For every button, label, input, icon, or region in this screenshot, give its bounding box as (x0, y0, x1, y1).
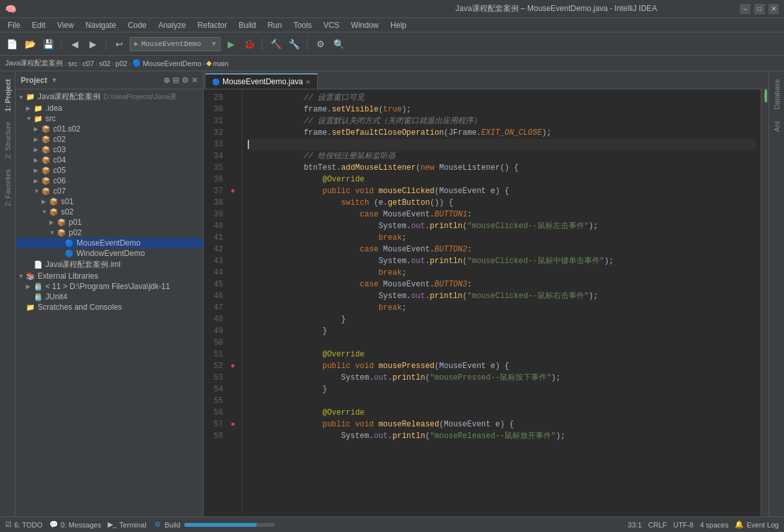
gutter-row-58: 58 (204, 430, 242, 442)
menu-vcs[interactable]: VCS (318, 19, 345, 31)
toolbar-new[interactable]: 📄 (4, 36, 19, 52)
status-indent[interactable]: 4 spaces (700, 521, 728, 529)
menu-window[interactable]: Window (346, 19, 384, 31)
breadcrumb-s02[interactable]: s02 (99, 60, 111, 67)
tree-item-c04[interactable]: ▶ 📦 c04 (16, 155, 203, 165)
tree-item-external-libs[interactable]: ▼ 📚 External Libraries (16, 271, 203, 281)
right-tab-ant[interactable]: Ant (770, 116, 783, 137)
breadcrumb-class[interactable]: MouseEventDemo (143, 60, 202, 67)
status-encoding[interactable]: UTF-8 (673, 521, 693, 529)
sidebar-add-icon[interactable]: ⊕ (163, 76, 170, 85)
editor-container: 🔵 MouseEventDemo.java ✕ 29 30 (204, 71, 768, 516)
indent-label: 4 spaces (700, 521, 728, 529)
gutter-row-43: 43 (204, 255, 242, 267)
vertical-scrollbar[interactable] (761, 89, 768, 516)
menu-build[interactable]: Build (233, 19, 261, 31)
menu-file[interactable]: File (3, 19, 25, 31)
tree-item-iml[interactable]: 📄 Java课程配套案例.iml (16, 259, 203, 271)
menu-view[interactable]: View (52, 19, 79, 31)
status-position[interactable]: 33:1 (628, 521, 641, 529)
sidebar-dropdown-arrow[interactable]: ▼ (51, 76, 58, 84)
sidebar-collapse-icon[interactable]: ⊟ (172, 76, 179, 85)
tree-item-p01[interactable]: ▶ 📦 p01 (16, 217, 203, 227)
status-line-ending[interactable]: CRLF (648, 521, 667, 529)
toolbar-search[interactable]: 🔍 (331, 36, 346, 52)
maximize-button[interactable]: □ (754, 4, 765, 14)
tree-item-window-event-demo[interactable]: 🔵 WindowEventDemo (16, 248, 203, 259)
toolbar-build[interactable]: 🔨 (268, 36, 283, 52)
breadcrumb-method[interactable]: main (213, 60, 228, 67)
menu-refactor[interactable]: Refactor (193, 19, 232, 31)
right-tab-database[interactable]: Database (770, 74, 783, 115)
menu-help[interactable]: Help (385, 19, 412, 31)
toolbar-back[interactable]: ◀ (67, 36, 82, 52)
editor[interactable]: 29 30 31 32 (204, 89, 768, 516)
menu-edit[interactable]: Edit (27, 19, 51, 31)
toolbar-debug[interactable]: 🐞 (241, 36, 257, 52)
tree-item-src[interactable]: ▼ 📁 src (16, 113, 203, 124)
tree-arrow-p02: ▼ (49, 229, 57, 236)
tree-item-c07[interactable]: ▼ 📦 c07 (16, 186, 203, 196)
breadcrumb-project[interactable]: Java课程配套案例 (5, 58, 63, 68)
tree-item-mouse-event-demo[interactable]: 🔵 MouseEventDemo (16, 238, 203, 248)
sidebar-close-icon[interactable]: ✕ (191, 76, 198, 85)
code-line-44: break; (248, 267, 755, 279)
status-todo[interactable]: ☑ 6: TODO (5, 520, 43, 529)
toolbar-save[interactable]: 💾 (40, 36, 56, 52)
tree-item-jdk[interactable]: ▶ 🫙 < 11 > D:\Program Files\Java\jdk-11 (16, 281, 203, 292)
menu-run[interactable]: Run (263, 19, 287, 31)
toolbar-run[interactable]: ▶ (223, 36, 239, 52)
toolbar-rebuild[interactable]: 🔧 (286, 36, 302, 52)
gutter-row-48: 48 (204, 314, 242, 325)
tree-item-p02[interactable]: ▼ 📦 p02 (16, 227, 203, 238)
tree-item-root[interactable]: ▼ 📁 Java课程配套案例 D:\IdeaProjects\Java课 (16, 91, 203, 103)
close-button[interactable]: ✕ (768, 4, 779, 14)
code-content[interactable]: // 设置窗口可见 frame.setVisible(true); // 设置默… (243, 89, 761, 516)
tree-item-c03[interactable]: ▶ 📦 c03 (16, 145, 203, 155)
left-panel-tabs: 1: Project 2: Structure 2: Favorites (0, 71, 16, 516)
toolbar-undo[interactable]: ↩ (112, 36, 127, 52)
gutter-row-47: 47 (204, 302, 242, 314)
tree-item-idea[interactable]: ▶ 📁 .idea (16, 103, 203, 113)
tree-item-c06[interactable]: ▶ 📦 c06 (16, 176, 203, 186)
app-icon: 🧠 (5, 4, 16, 14)
status-event-log[interactable]: 🔔 Event Log (735, 520, 779, 529)
left-tab-project[interactable]: 1: Project (1, 74, 14, 117)
tree-item-scratches[interactable]: 📁 Scratches and Consoles (16, 302, 203, 312)
title-bar-controls: – □ ✕ (740, 4, 779, 14)
run-config-dropdown[interactable]: ▶ MouseEventDemo ▼ (130, 37, 220, 51)
left-tab-favorites[interactable]: 2: Favorites (1, 164, 14, 211)
ln-49: 49 (204, 325, 227, 337)
build-progress: ⚙ Build (154, 520, 275, 529)
breadcrumb-src[interactable]: src (68, 60, 78, 67)
minimize-button[interactable]: – (740, 4, 750, 14)
toolbar-forward[interactable]: ▶ (85, 36, 101, 52)
tree-label-src: src (45, 114, 56, 123)
tree-label-c01: c01.s02 (53, 124, 80, 133)
menu-navigate[interactable]: Navigate (80, 19, 121, 31)
scroll-indicator-top (765, 89, 767, 102)
breadcrumb-c07[interactable]: c07 (82, 60, 94, 67)
tree-item-c05[interactable]: ▶ 📦 c05 (16, 165, 203, 176)
menu-analyze[interactable]: Analyze (153, 19, 191, 31)
menu-code[interactable]: Code (123, 19, 152, 31)
todo-label: 6: TODO (14, 521, 43, 529)
tree-item-c01[interactable]: ▶ 📦 c01.s02 (16, 124, 203, 134)
tree-item-s02[interactable]: ▼ 📦 s02 (16, 207, 203, 217)
toolbar-open[interactable]: 📂 (22, 36, 38, 52)
tab-close-button[interactable]: ✕ (305, 78, 311, 86)
gt-57-bp: ● (227, 419, 239, 430)
tree-item-junit[interactable]: 🫙 JUnit4 (16, 292, 203, 302)
sidebar-gear-icon[interactable]: ⚙ (182, 76, 189, 85)
tree-label-p02: p02 (69, 228, 82, 237)
tree-item-c02[interactable]: ▶ 📦 c02 (16, 134, 203, 145)
left-tab-structure[interactable]: 2: Structure (1, 117, 14, 164)
toolbar-settings[interactable]: ⚙ (313, 36, 328, 52)
tree-item-s01[interactable]: ▶ 📦 s01 (16, 196, 203, 207)
status-messages[interactable]: 💬 0: Messages (49, 520, 101, 529)
tree-icon-c07: 📦 (42, 187, 51, 196)
breadcrumb-p02[interactable]: p02 (115, 60, 127, 67)
status-terminal[interactable]: ▶_ Terminal (108, 520, 147, 529)
menu-tools[interactable]: Tools (289, 19, 317, 31)
tab-mouse-event-demo[interactable]: 🔵 MouseEventDemo.java ✕ (205, 73, 318, 89)
